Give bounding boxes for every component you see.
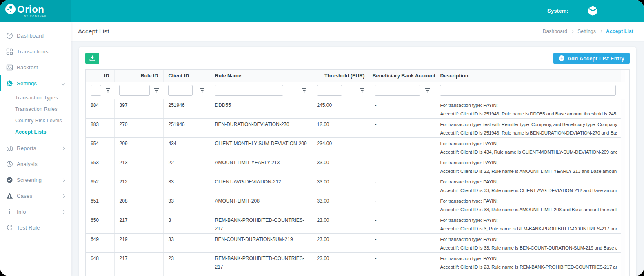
column-header-id[interactable]: ID	[86, 70, 114, 82]
cell-threshold: 33.00	[312, 157, 370, 176]
scrollbar-gutter	[621, 99, 625, 119]
cell-rule-id: 217	[114, 253, 163, 272]
table-row: 648 217 23 REM-BANK-PROHIBITED-COUNTRIES…	[86, 253, 625, 272]
system-package-icon[interactable]	[586, 4, 599, 17]
cell-id: 883	[86, 119, 114, 138]
breadcrumb-item-settings[interactable]: Settings	[577, 29, 596, 34]
breadcrumb: Dashboard Settings Accept List	[543, 29, 633, 34]
filter-input-threshold[interactable]	[317, 85, 342, 96]
sidebar-subitem-transaction-types[interactable]: Transaction Types	[0, 92, 71, 104]
sidebar-subitem-country-risk-levels[interactable]: Country Risk Levels	[0, 115, 71, 126]
filter-input-rule-id[interactable]	[119, 85, 150, 96]
cell-rule-name: REM-BANK-PROHIBITED-COUNTRIES-217	[210, 214, 312, 234]
breadcrumb-separator-icon	[571, 30, 574, 33]
table-row: 654 209 434 CLIENT-MONTHLY-SUM-DEVIATION…	[86, 138, 625, 157]
cell-threshold: 33.00	[312, 195, 370, 214]
download-button[interactable]	[85, 53, 99, 64]
chevron-right-icon	[62, 146, 65, 150]
cell-threshold: 245.00	[312, 99, 370, 119]
description-line-1: For transaction type: PAYIN;	[440, 216, 617, 225]
filter-icon[interactable]	[154, 88, 159, 93]
column-header-description[interactable]: Description	[435, 70, 621, 82]
cell-rule-id: 270	[114, 272, 163, 276]
sidebar-item-transactions[interactable]: Transactions	[0, 44, 71, 60]
chevron-right-icon	[62, 194, 65, 197]
cell-description: For transaction type: PAYIN; Accept if: …	[435, 214, 621, 234]
filter-icon[interactable]	[302, 88, 307, 93]
filter-icon[interactable]	[360, 88, 365, 93]
sidebar-item-reports[interactable]: Reports	[0, 140, 71, 156]
sidebar-item-analysis[interactable]: Analysis	[0, 156, 71, 172]
filter-input-beneficiary[interactable]	[375, 85, 420, 96]
sidebar: Dashboard Transactions Backtest	[0, 22, 71, 276]
table-row: 649 219 33 BEN-COUNT-DURATION-SUM-219 23…	[86, 234, 625, 253]
filter-input-client-id[interactable]	[168, 85, 193, 96]
cell-threshold: 23.00	[312, 234, 370, 253]
filter-input-description[interactable]	[440, 85, 616, 96]
sidebar-item-cases[interactable]: Cases	[0, 188, 71, 204]
sidebar-item-screening[interactable]: Screening	[0, 172, 71, 188]
filter-icon[interactable]	[105, 88, 111, 93]
column-header-rule-name[interactable]: Rule Name	[210, 70, 312, 82]
description-line-1: For transaction type: PAYIN;	[440, 159, 617, 167]
column-header-beneficiary-bank-account[interactable]: Beneficiary Bank Account	[370, 70, 435, 82]
sidebar-item-backtest[interactable]: Backtest	[0, 60, 71, 75]
cell-rule-id: 217	[114, 214, 163, 234]
cell-beneficiary-bank-account: -	[370, 195, 435, 214]
scrollbar-gutter	[621, 195, 625, 214]
breadcrumb-item-accept-list: Accept List	[606, 29, 633, 34]
accept-list-grid: ID Rule ID Client ID Rule Name Threshold…	[85, 69, 630, 276]
hamburger-menu-icon[interactable]	[76, 9, 83, 13]
sidebar-item-settings[interactable]: Settings	[0, 75, 71, 91]
filter-input-id[interactable]	[91, 85, 101, 96]
column-header-threshold[interactable]: Threshold (EUR)	[312, 70, 370, 82]
cell-beneficiary-bank-account: -	[370, 119, 435, 138]
cell-description: For transaction type: PAYIN; Accept if: …	[435, 157, 621, 176]
cell-beneficiary-bank-account: -	[370, 99, 435, 119]
cell-id: 650	[86, 214, 114, 234]
cell-rule-id: 208	[114, 195, 163, 214]
filter-icon[interactable]	[200, 88, 205, 93]
cell-id: 647	[86, 272, 114, 276]
cell-rule-name: BEN-DURATION-DEVIATION-270	[210, 119, 312, 138]
description-line-2: Accept if: Client ID is 3, Rule name is …	[440, 225, 617, 233]
column-header-rule-id[interactable]: Rule ID	[114, 70, 163, 82]
column-header-client-id[interactable]: Client ID	[163, 70, 210, 82]
sidebar-item-info[interactable]: Info	[0, 204, 71, 220]
description-line-2: Accept if: Client ID is 33, Rule name is…	[440, 205, 617, 214]
scrollbar-gutter	[621, 214, 625, 234]
cell-rule-name: REM-BANK-PROHIBITED-COUNTRIES-217	[210, 253, 312, 272]
add-accept-list-entry-button[interactable]: + Add Accept List Entry	[553, 53, 630, 64]
sidebar-item-label: Backtest	[17, 64, 38, 71]
cell-id: 651	[86, 195, 114, 214]
breadcrumb-separator-icon	[600, 30, 602, 33]
cell-threshold: 23.00	[312, 253, 370, 272]
cell-rule-id: 270	[114, 119, 163, 138]
filter-input-rule-name[interactable]	[215, 85, 283, 96]
cell-client-id: 23	[163, 253, 210, 272]
cell-description: For transaction type: PAYIN; Accept if: …	[435, 176, 621, 195]
cell-description: For transaction type: PAYIN; Accept if: …	[435, 99, 621, 119]
logo-byline: by CODENAK	[24, 15, 71, 18]
cell-rule-name: CLIENT-AVG-DEVIATION-212	[210, 176, 312, 195]
scrollbar-gutter	[621, 253, 625, 272]
table-row: 651 208 33 AMOUNT-LIMIT-208 33.00 - For …	[86, 195, 625, 214]
table-row: 883 270 251946 BEN-DURATION-DEVIATION-27…	[86, 119, 625, 138]
sidebar-item-label: Dashboard	[17, 33, 44, 39]
sidebar-subitem-accept-lists[interactable]: Accept Lists	[0, 126, 71, 138]
sidebar-subitem-transaction-rules[interactable]: Transaction Rules	[0, 104, 71, 115]
cell-client-id: 251946	[163, 119, 210, 138]
cell-client-id: 22	[163, 157, 210, 176]
breadcrumb-item-dashboard[interactable]: Dashboard	[543, 29, 568, 34]
logo: Orion by CODENAK	[0, 0, 71, 22]
scrollbar-gutter	[621, 70, 625, 82]
cell-id: 654	[86, 138, 114, 157]
description-line-1: For transaction type: PAYIN;	[440, 254, 617, 263]
page-title: Accept List	[78, 28, 109, 35]
sidebar-item-label: Info	[17, 209, 26, 215]
sidebar-item-dashboard[interactable]: Dashboard	[0, 28, 71, 44]
cell-beneficiary-bank-account: -	[370, 176, 435, 195]
table-row: 652 212 33 CLIENT-AVG-DEVIATION-212 33.0…	[86, 176, 625, 195]
sidebar-item-test-rule[interactable]: Test Rule	[0, 220, 71, 236]
filter-icon[interactable]	[425, 88, 430, 93]
